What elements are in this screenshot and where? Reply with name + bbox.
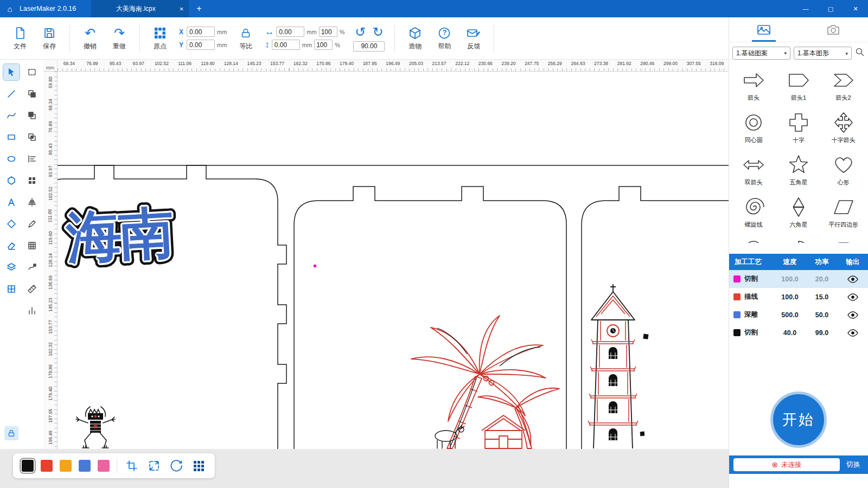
width-percent-input[interactable] [319,27,337,37]
x-position-input[interactable] [187,27,215,37]
redo-button[interactable]: ↷ 重做 [105,25,134,51]
line-tool[interactable] [3,86,20,102]
marquee-select-tool[interactable] [24,64,40,80]
shape-circle[interactable] [731,233,776,243]
shape-spiral[interactable]: 螺旋线 [731,191,776,233]
shape-double-arrow[interactable]: 双箭头 [731,149,776,191]
visibility-eye-icon[interactable] [838,275,868,283]
shape-heart[interactable]: 心形 [821,149,866,191]
chart-export-tool[interactable] [24,303,40,319]
maximize-button[interactable]: ▢ [818,0,843,17]
shape-concentric-circle[interactable]: 同心圆 [731,106,776,149]
pen-tool[interactable] [24,216,40,232]
eraser-tool[interactable] [3,237,20,254]
measure-tool[interactable] [24,281,40,297]
start-button[interactable]: 开始 [770,391,827,448]
canvas-artwork-palm-trees[interactable] [411,316,559,448]
canvas-artwork-hainan-title[interactable]: 海南 海南 海南 [65,200,175,270]
process-row-engrave-blue[interactable]: 深雕 500.0 50.0 [729,306,868,324]
boolean-subtract-tool[interactable] [24,107,40,124]
color-swatch-red[interactable] [41,460,53,472]
visibility-eye-icon[interactable] [838,293,868,301]
color-swatch-black[interactable] [22,460,34,472]
rotate-cw-icon[interactable]: ↻ [372,25,383,38]
rotate-angle-input[interactable] [353,41,385,52]
new-tab-button[interactable]: + [196,4,201,14]
proportional-lock-button[interactable]: 等比 [231,25,260,51]
shape-arrow1[interactable]: 箭头1 [776,64,821,106]
close-button[interactable]: ✕ [843,0,868,17]
ellipse-tool[interactable] [3,151,20,167]
mirror-tool[interactable] [24,194,40,210]
align-tool[interactable] [24,151,40,167]
layer-power[interactable]: 50.0 [806,311,838,319]
layer-power[interactable]: 15.0 [806,293,838,301]
origin-button[interactable]: 原点 [145,25,175,51]
canvas-artwork-deer[interactable] [435,425,464,448]
process-row-trace-red[interactable]: 描线 100.0 15.0 [729,288,868,306]
height-percent-input[interactable] [314,40,333,50]
boolean-union-tool[interactable] [24,86,40,102]
process-row-cut-black[interactable]: 切割 40.0 99.0 [729,324,868,342]
canvas-artwork-totem[interactable] [76,407,115,448]
feedback-button[interactable]: 反馈 [459,25,488,51]
layer-speed[interactable]: 100.0 [774,293,806,301]
shape-pie[interactable] [776,233,821,243]
table-grid-tool[interactable] [24,237,40,254]
design-canvas[interactable]: 海南 海南 海南 [58,72,729,449]
layer-color-swatch[interactable] [733,329,741,336]
file-button[interactable]: 文件 [5,25,35,51]
shape-parallelogram[interactable]: 平行四边形 [821,191,866,233]
layer-color-swatch[interactable] [733,311,741,318]
save-button[interactable]: 保存 [35,25,64,51]
tab-close-icon[interactable]: × [180,5,184,13]
shape-cross[interactable]: 十字 [776,106,821,149]
document-tab[interactable]: 大美海南.lcpx × [91,0,189,17]
shape-arrow2[interactable]: 箭头2 [821,64,866,106]
crop-tool-button[interactable] [124,458,139,473]
tab-camera-capture[interactable] [799,17,868,42]
layer-speed[interactable]: 500.0 [774,311,806,319]
grid-view-button[interactable] [191,458,206,473]
process-row-cut-magenta[interactable]: 切割 100.0 20.0 [729,270,868,288]
minimize-button[interactable]: — [793,0,818,17]
width-input[interactable] [276,27,304,37]
layer-power[interactable]: 99.0 [806,329,838,337]
visibility-eye-icon[interactable] [838,311,868,319]
rotate-ccw-icon[interactable]: ↺ [355,25,366,38]
layer-color-swatch[interactable] [733,275,741,282]
boolean-intersect-tool[interactable] [24,129,40,145]
curve-tool[interactable] [3,107,20,124]
layer-power[interactable]: 20.0 [806,275,838,283]
shape-arrow[interactable]: 箭头 [731,64,776,106]
category-dropdown-2[interactable]: 1.基本图形 ▾ [794,47,852,60]
node-edit-tool[interactable] [24,259,40,275]
select-tool[interactable] [3,64,20,80]
help-button[interactable]: ? 帮助 [430,25,459,51]
layer-color-swatch[interactable] [733,293,741,300]
canvas-artwork-tower[interactable] [588,284,649,448]
rectangle-tool[interactable] [3,129,20,145]
switch-device-button[interactable]: 切换 [846,460,864,470]
shape-rounded-rect[interactable] [821,233,866,243]
window-tool[interactable] [3,281,20,297]
shape-cross-arrow[interactable]: 十字箭头 [821,106,866,149]
y-position-input[interactable] [187,40,215,50]
create-button[interactable]: 造物 [400,25,430,51]
color-swatch-pink[interactable] [98,460,110,472]
text-tool[interactable] [3,194,20,210]
category-dropdown-1[interactable]: 1.基础图案 ▾ [732,47,790,60]
selection-node[interactable] [314,265,316,267]
layer-speed[interactable]: 100.0 [774,275,806,283]
path-preview-button[interactable] [169,458,184,473]
diamond-tool[interactable] [3,216,20,232]
layer-speed[interactable]: 40.0 [774,329,806,337]
canvas-lock-button[interactable] [4,426,18,440]
home-icon[interactable]: ⌂ [0,4,20,14]
pattern-grid-tool[interactable] [24,172,40,189]
shape-star-5[interactable]: 五角星 [776,149,821,191]
polygon-tool[interactable] [3,172,20,189]
tab-shape-library[interactable] [729,17,799,42]
connection-status[interactable]: ⊗ 未连接 [733,458,840,471]
layers-tool[interactable] [3,259,20,275]
